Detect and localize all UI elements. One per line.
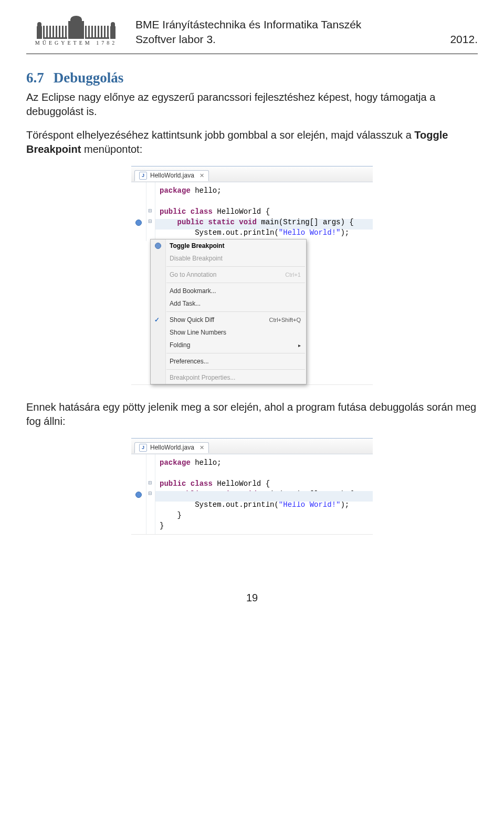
fold-collapse-icon[interactable]: ⊟ (148, 208, 152, 213)
gutter-left[interactable] (131, 454, 146, 534)
editor-tab[interactable]: J HelloWorld.java ✕ (134, 170, 209, 181)
fold-gutter[interactable]: ⊟ ⊟ (146, 182, 155, 241)
tab-label: HelloWorld.java (150, 444, 194, 451)
menu-preferences[interactable]: Preferences... (151, 355, 306, 368)
header-rule (26, 54, 478, 54)
code-area[interactable]: package hello; public class HelloWorld {… (155, 182, 373, 241)
selected-line-highlight (131, 491, 373, 502)
paragraph-2: Töréspont elhelyezéséhez kattintsunk job… (26, 128, 478, 157)
menu-add-bookmark[interactable]: Add Bookmark... (151, 285, 306, 297)
breakpoint-icon (155, 243, 161, 249)
checkmark-icon: ✓ (154, 316, 160, 324)
editor-tab-bar: J HelloWorld.java ✕ (131, 166, 373, 182)
menu-breakpoint-properties: Breakpoint Properties... (151, 371, 306, 384)
header-text: BME Irányítástechnika és Informatika Tan… (135, 17, 478, 47)
screenshot-context-menu: J HelloWorld.java ✕ ⊟ ⊟ package hello; p… (131, 166, 373, 384)
section-number: 6.7 (26, 70, 44, 86)
fold-gutter[interactable]: ⊟ ⊟ (146, 454, 155, 534)
java-file-icon: J (139, 172, 147, 180)
header-dept: BME Irányítástechnika és Informatika Tan… (135, 17, 478, 32)
header-year: 2012. (450, 32, 478, 47)
context-menu: Toggle Breakpoint Disable Breakpoint Go … (150, 239, 307, 384)
menu-show-quick-diff[interactable]: ✓ Show Quick Diff Ctrl+Shift+Q (151, 314, 306, 326)
menu-goto-annotation: Go to Annotation Ctrl+1 (151, 268, 306, 281)
breakpoint-marker-icon[interactable] (135, 492, 142, 498)
screenshot-breakpoint-set: J HelloWorld.java ✕ ⊟ ⊟ package hello; p… (131, 438, 373, 534)
logo-caption: MŰEGYETEM 1782 (35, 40, 117, 46)
section-heading: 6.7Debuggolás (26, 70, 478, 86)
editor-tab-bar: J HelloWorld.java ✕ (131, 439, 373, 454)
close-icon[interactable]: ✕ (200, 172, 204, 179)
java-file-icon: J (139, 444, 147, 452)
fold-collapse-icon[interactable]: ⊟ (148, 480, 152, 485)
menu-disable-breakpoint: Disable Breakpoint (151, 252, 306, 265)
page-number: 19 (26, 592, 478, 604)
section-title: Debuggolás (54, 70, 124, 86)
tab-label: HelloWorld.java (150, 172, 194, 179)
paragraph-3: Ennek hatására egy pötty jelenik meg a s… (26, 400, 478, 429)
paragraph-1: Az Eclipse nagy előnye az egyszerű paran… (26, 90, 478, 119)
menu-folding[interactable]: Folding ▸ (151, 339, 306, 351)
menu-show-line-numbers[interactable]: Show Line Numbers (151, 326, 306, 339)
breakpoint-marker-icon[interactable] (135, 220, 142, 226)
menu-add-task[interactable]: Add Task... (151, 297, 306, 310)
menu-toggle-breakpoint[interactable]: Toggle Breakpoint (151, 239, 306, 252)
university-logo: MŰEGYETEM 1782 (26, 16, 126, 48)
fold-collapse-icon[interactable]: ⊟ (148, 218, 152, 224)
fold-collapse-icon[interactable]: ⊟ (148, 491, 152, 496)
header-course: Szoftver labor 3. (135, 32, 216, 47)
close-icon[interactable]: ✕ (200, 444, 204, 451)
editor-tab[interactable]: J HelloWorld.java ✕ (134, 442, 209, 453)
gutter-left[interactable] (131, 182, 146, 241)
page-header: MŰEGYETEM 1782 BME Irányítástechnika és … (26, 16, 478, 48)
submenu-arrow-icon: ▸ (298, 342, 301, 348)
